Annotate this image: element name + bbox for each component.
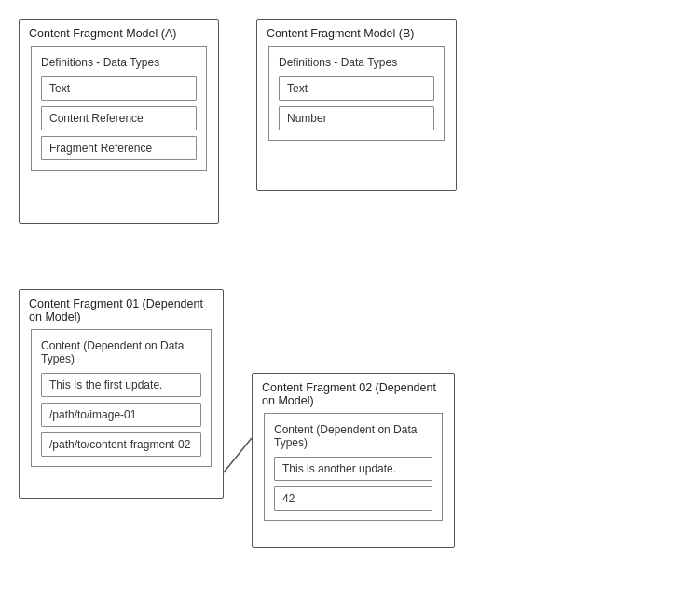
fragment-02-inner: Content (Dependent on Data Types) This i… [264,413,443,521]
fragment-02-field-text: This is another update. [274,457,432,481]
fragment-02-inner-title: Content (Dependent on Data Types) [274,423,432,449]
model-b-card: Content Fragment Model (B) Definitions -… [256,19,457,191]
fragment-01-field-text: This Is the first update. [41,373,201,397]
model-a-card: Content Fragment Model (A) Definitions -… [19,19,219,224]
fragment-01-field-image: /path/to/image-01 [41,403,201,427]
model-a-field-fragment-ref: Fragment Reference [41,136,197,160]
model-b-field-number: Number [279,106,434,130]
fragment-01-inner: Content (Dependent on Data Types) This I… [31,329,212,467]
fragment-01-inner-title: Content (Dependent on Data Types) [41,339,201,365]
model-a-field-text: Text [41,76,197,101]
model-a-inner-title: Definitions - Data Types [41,56,197,69]
model-a-title: Content Fragment Model (A) [20,20,218,46]
model-b-field-text: Text [279,76,434,101]
fragment-01-title: Content Fragment 01 (Dependent on Model) [20,290,223,329]
model-b-inner: Definitions - Data Types Text Number [268,46,445,141]
fragment-01-field-ref: /path/to/content-fragment-02 [41,432,201,457]
fragment-01-card: Content Fragment 01 (Dependent on Model)… [19,289,224,499]
model-b-inner-title: Definitions - Data Types [279,56,434,69]
model-a-field-content-ref: Content Reference [41,106,197,130]
fragment-02-title: Content Fragment 02 (Dependent on Model) [253,374,454,413]
model-a-inner: Definitions - Data Types Text Content Re… [31,46,207,171]
svg-line-0 [224,438,252,472]
fragment-02-card: Content Fragment 02 (Dependent on Model)… [252,373,455,548]
fragment-02-field-number: 42 [274,486,432,511]
diagram-container: Content Fragment Model (A) Definitions -… [0,0,699,616]
model-b-title: Content Fragment Model (B) [257,20,456,46]
